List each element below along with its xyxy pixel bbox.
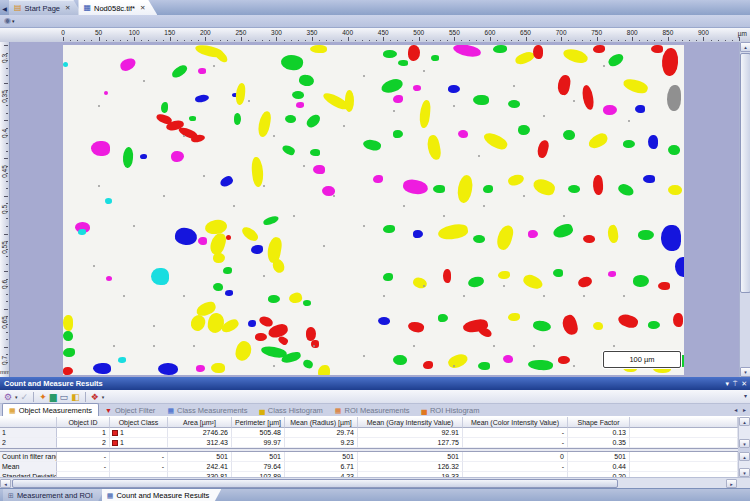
panel-title: Count and Measure Results [4, 379, 103, 388]
ruler-tick [6, 211, 8, 212]
column-header[interactable]: Mean (Radius) [µm] [285, 417, 358, 428]
column-header[interactable]: Object Class [110, 417, 168, 428]
table-cell[interactable]: 99.97 [232, 438, 285, 448]
ruler-tick [6, 332, 8, 333]
count-measure-options-icon[interactable]: ⚙ [4, 391, 12, 403]
table-horizontal-scrollbar[interactable]: ◂ ▸ [0, 477, 750, 488]
results-tab-object-filter[interactable]: ▼Object Filter [99, 404, 161, 416]
specimen-image[interactable]: 100 µm [63, 45, 684, 375]
table-cell[interactable]: 1 [57, 428, 110, 438]
scroll-up-icon[interactable]: ▴ [739, 417, 750, 426]
chevron-down-icon[interactable]: ▾ [102, 391, 105, 403]
ruler-tick [305, 40, 306, 41]
close-tab-icon[interactable]: ✕ [65, 4, 70, 12]
ruler-tick [654, 40, 655, 41]
column-header[interactable]: Area [µm²] [168, 417, 232, 428]
results-tab-object-measurements[interactable]: ▦Object Measurements [2, 403, 99, 416]
scroll-left-icon[interactable]: ◂ [0, 479, 11, 488]
table-scrollbar-bottom[interactable]: ▴ ▾ [738, 452, 750, 477]
table-cell[interactable]: 2 [57, 438, 110, 448]
column-header[interactable]: Mean (Gray Intensity Value) [358, 417, 463, 428]
table-cell[interactable]: 312.43 [168, 438, 232, 448]
object-blob [643, 175, 655, 183]
results-tab-roi-measurements[interactable]: ▦ROI Measurements [329, 404, 416, 416]
table-cell[interactable]: 505.48 [232, 428, 285, 438]
tab-scroll-left-icon[interactable]: ◀ [0, 4, 9, 15]
table-scrollbar-top[interactable]: ▴ ▾ [738, 417, 750, 448]
ruler-tick [597, 37, 598, 41]
histogram-icon[interactable]: ▆ [50, 391, 57, 403]
table-cell[interactable]: 0.35 [568, 438, 630, 448]
object-blob [292, 91, 304, 99]
panel-title-bar[interactable]: Count and Measure Results ▾ ⍑ ✕ [0, 377, 750, 390]
chevron-down-icon[interactable]: ▾ [12, 18, 15, 24]
scroll-down-icon[interactable]: ▾ [740, 367, 750, 377]
object-blob [635, 105, 645, 113]
object-blob [495, 224, 515, 252]
row-header[interactable]: 1 [0, 428, 57, 438]
table-cell[interactable]: 2746.26 [168, 428, 232, 438]
results-tab-class-histogram[interactable]: ▅Class Histogram [253, 404, 328, 416]
tab-start-page[interactable]: ▤ Start Page ✕ [9, 0, 82, 15]
tab-nod058c[interactable]: ▦ Nod058c.tif* ✕ [78, 0, 157, 15]
object-blob [91, 141, 110, 156]
table-row[interactable]: 1112746.26505.4829.7492.91-0.13 [0, 428, 738, 438]
tab-count-and-measure-results[interactable]: ▦ Count and Measure Results [102, 489, 222, 501]
scroll-down-icon[interactable]: ▾ [739, 439, 750, 448]
ruler-tick [711, 40, 712, 41]
chevron-down-icon[interactable]: ▾ [15, 391, 18, 403]
recount-icon[interactable]: ✓ [21, 391, 29, 403]
pin-icon[interactable]: ⍑ [733, 377, 737, 390]
column-header[interactable]: Object ID [57, 417, 110, 428]
table-cell[interactable]: 29.74 [285, 428, 358, 438]
object-blob [196, 365, 205, 372]
column-header[interactable]: Shape Factor [568, 417, 630, 428]
column-header[interactable]: Perimeter [µm] [232, 417, 285, 428]
color-bucket-icon[interactable]: ◧ [71, 391, 80, 403]
object-blob [498, 271, 510, 279]
table-cell[interactable]: 1 [110, 428, 168, 438]
toolbar-overflow-icon[interactable]: ▾ [744, 392, 747, 399]
scroll-up-icon[interactable]: ▴ [739, 452, 750, 461]
ruler-h-label: 900 [698, 29, 709, 36]
table-row[interactable]: 221312.4399.979.23127.75-0.35 [0, 438, 738, 448]
table-cell[interactable]: 0.13 [568, 428, 630, 438]
scrollbar-thumb[interactable] [740, 53, 750, 293]
object-blob [285, 115, 296, 123]
scrollbar-thumb[interactable] [12, 479, 618, 488]
scroll-up-icon[interactable]: ▴ [740, 42, 750, 52]
roi-rectangle-icon[interactable]: ▭ [60, 391, 69, 403]
row-header[interactable]: 2 [0, 438, 57, 448]
table-cell[interactable]: - [463, 428, 568, 438]
tab-measurement-and-roi[interactable]: ⊞ Measurement and ROI [3, 489, 105, 501]
magic-wand-icon[interactable]: ✦ [39, 391, 47, 403]
object-blob [219, 174, 235, 188]
object-blob [174, 226, 199, 247]
speckle [248, 100, 250, 102]
scroll-right-icon[interactable]: ▸ [726, 479, 737, 488]
table-cell[interactable]: 92.91 [358, 428, 463, 438]
object-blob [118, 357, 126, 363]
display-mode-icon[interactable]: ◉ [4, 16, 11, 26]
speckle [303, 165, 305, 167]
table-cell[interactable]: 1 [110, 438, 168, 448]
classify-icon[interactable]: ❖ [91, 391, 99, 403]
window-menu-icon[interactable]: ▾ [725, 377, 729, 390]
results-tab-class-measurements[interactable]: ▦Class Measurements [161, 404, 253, 416]
close-icon[interactable]: ✕ [741, 377, 747, 390]
ruler-h-label: 0 [61, 29, 65, 36]
table-cell[interactable]: - [463, 438, 568, 448]
canvas-vertical-scrollbar[interactable]: ▴ ▾ [739, 42, 750, 377]
table-cell[interactable]: 127.75 [358, 438, 463, 448]
close-tab-icon[interactable]: ✕ [140, 4, 145, 12]
scroll-down-icon[interactable]: ▾ [739, 468, 750, 477]
ruler-v-label: 0.65 [1, 312, 8, 332]
speckle [183, 135, 185, 137]
speckle [153, 325, 155, 327]
results-tab-roi-histogram[interactable]: ▅ROI Histogram [416, 404, 486, 416]
table-cell[interactable]: 9.23 [285, 438, 358, 448]
column-header[interactable]: Mean (Color Intensity Value) [463, 417, 568, 428]
ruler-tick [4, 196, 8, 197]
results-tab-scroll-icons[interactable]: ◂ ▸ [734, 406, 748, 413]
ruler-tick [611, 40, 612, 41]
